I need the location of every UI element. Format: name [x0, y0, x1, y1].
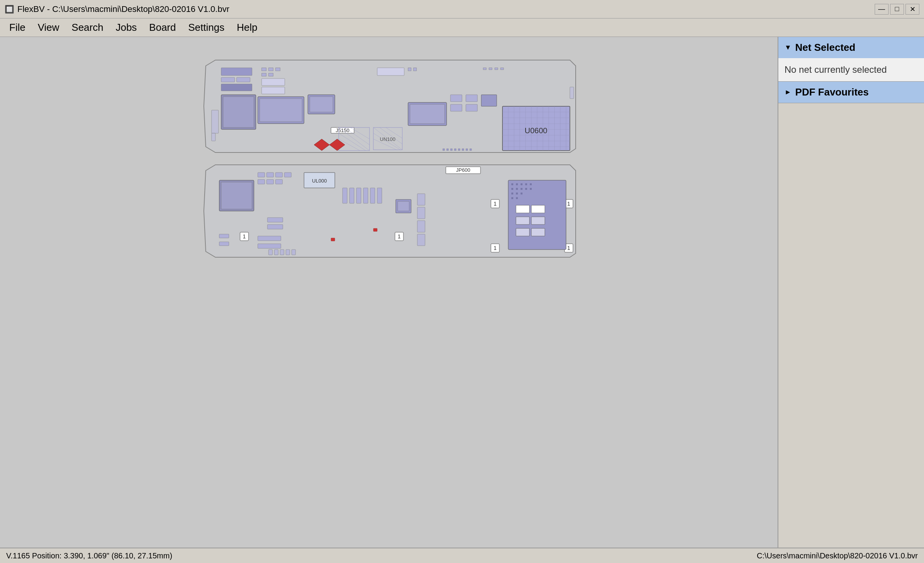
svg-rect-103: [398, 201, 409, 211]
svg-rect-78: [470, 149, 472, 151]
svg-rect-62: [450, 104, 462, 111]
net-selected-section: ▼ Net Selected No net currently selected: [778, 37, 924, 82]
svg-rect-119: [521, 183, 522, 185]
svg-rect-77: [466, 149, 468, 151]
svg-rect-129: [521, 193, 522, 194]
svg-rect-71: [443, 149, 445, 151]
svg-rect-141: [258, 244, 281, 248]
svg-rect-142: [267, 225, 283, 229]
pdf-favourites-triangle: ►: [785, 88, 791, 96]
svg-rect-143: [267, 218, 283, 222]
svg-rect-135: [531, 217, 545, 225]
menu-view[interactable]: View: [32, 19, 66, 36]
menu-board[interactable]: Board: [143, 19, 182, 36]
svg-rect-69: [570, 87, 574, 99]
svg-text:U0600: U0600: [525, 126, 548, 135]
svg-rect-65: [483, 68, 486, 70]
svg-rect-123: [516, 188, 518, 190]
svg-rect-132: [516, 205, 529, 213]
menu-settings[interactable]: Settings: [182, 19, 231, 36]
svg-rect-72: [447, 149, 449, 151]
svg-rect-10: [269, 73, 273, 76]
svg-rect-90: [267, 179, 274, 184]
svg-rect-76: [462, 149, 464, 151]
svg-rect-36: [410, 104, 445, 124]
svg-rect-0: [221, 68, 252, 75]
app-icon: 🔲: [5, 5, 14, 14]
svg-rect-133: [531, 205, 545, 213]
close-button[interactable]: ✕: [906, 4, 919, 15]
svg-rect-87: [276, 173, 282, 177]
svg-rect-96: [370, 188, 375, 203]
net-selected-title: Net Selected: [795, 42, 855, 54]
menu-file[interactable]: File: [3, 19, 32, 36]
pdf-favourites-title: PDF Favourites: [795, 86, 869, 98]
svg-text:1: 1: [243, 233, 246, 240]
svg-rect-147: [274, 250, 278, 255]
svg-rect-11: [262, 79, 285, 85]
svg-text:1: 1: [494, 201, 497, 207]
svg-rect-8: [276, 68, 280, 71]
svg-rect-6: [262, 68, 266, 71]
svg-rect-149: [286, 250, 290, 255]
menu-search[interactable]: Search: [66, 19, 109, 36]
svg-rect-37: [377, 68, 404, 75]
svg-rect-134: [516, 217, 529, 225]
menu-bar: File View Search Jobs Board Settings Hel…: [0, 18, 924, 37]
svg-rect-15: [212, 110, 218, 133]
svg-rect-66: [489, 68, 492, 70]
svg-rect-94: [356, 188, 361, 203]
svg-rect-146: [269, 250, 272, 255]
svg-rect-74: [454, 149, 456, 151]
svg-rect-100: [417, 221, 425, 232]
main-content: J5150 UN100: [0, 37, 924, 548]
board-top[interactable]: J5150 UN100: [200, 56, 578, 156]
minimize-button[interactable]: —: [875, 4, 889, 15]
svg-rect-73: [450, 149, 452, 151]
svg-text:UN100: UN100: [380, 136, 395, 142]
menu-jobs[interactable]: Jobs: [109, 19, 143, 36]
svg-rect-75: [458, 149, 460, 151]
net-selected-content: No net currently selected: [778, 58, 924, 81]
svg-rect-64: [481, 95, 497, 106]
svg-rect-92: [343, 188, 347, 203]
svg-rect-88: [284, 173, 291, 177]
svg-rect-12: [262, 87, 285, 94]
svg-rect-126: [530, 188, 532, 190]
net-selected-triangle: ▼: [785, 44, 791, 52]
svg-rect-117: [511, 183, 513, 185]
svg-text:1: 1: [398, 233, 401, 240]
title-bar-controls[interactable]: — □ ✕: [875, 4, 919, 15]
svg-rect-89: [258, 179, 265, 184]
svg-rect-148: [280, 250, 284, 255]
svg-text:UL000: UL000: [312, 178, 327, 184]
title-bar: 🔲 FlexBV - C:\Users\macmini\Desktop\820-…: [0, 0, 924, 18]
svg-rect-136: [516, 228, 529, 236]
board-view[interactable]: J5150 UN100: [0, 37, 778, 548]
net-selected-text: No net currently selected: [785, 64, 887, 75]
right-panel: ▼ Net Selected No net currently selected…: [778, 37, 924, 548]
maximize-button[interactable]: □: [890, 4, 904, 15]
pdf-favourites-header[interactable]: ► PDF Favourites: [778, 82, 924, 103]
svg-rect-140: [258, 236, 281, 241]
menu-help[interactable]: Help: [230, 19, 263, 36]
board-bottom[interactable]: JP600 UL000: [200, 161, 578, 261]
svg-rect-116: [508, 180, 566, 250]
svg-rect-128: [516, 193, 518, 194]
svg-rect-101: [417, 234, 425, 246]
svg-rect-137: [531, 228, 545, 236]
status-bar: V.1165 Position: 3.390, 1.069" (86.10, 2…: [0, 548, 924, 563]
svg-rect-91: [276, 179, 282, 184]
title-bar-left: 🔲 FlexBV - C:\Users\macmini\Desktop\820-…: [5, 4, 229, 14]
svg-rect-127: [511, 193, 513, 194]
net-selected-header[interactable]: ▼ Net Selected: [778, 37, 924, 58]
svg-rect-97: [377, 188, 382, 203]
svg-rect-39: [413, 68, 417, 71]
svg-rect-150: [292, 250, 296, 255]
window-title: FlexBV - C:\Users\macmini\Desktop\820-02…: [17, 4, 229, 14]
svg-rect-95: [363, 188, 368, 203]
svg-rect-130: [511, 197, 513, 199]
svg-rect-145: [373, 228, 377, 231]
svg-rect-120: [525, 183, 527, 185]
svg-rect-68: [501, 68, 504, 70]
